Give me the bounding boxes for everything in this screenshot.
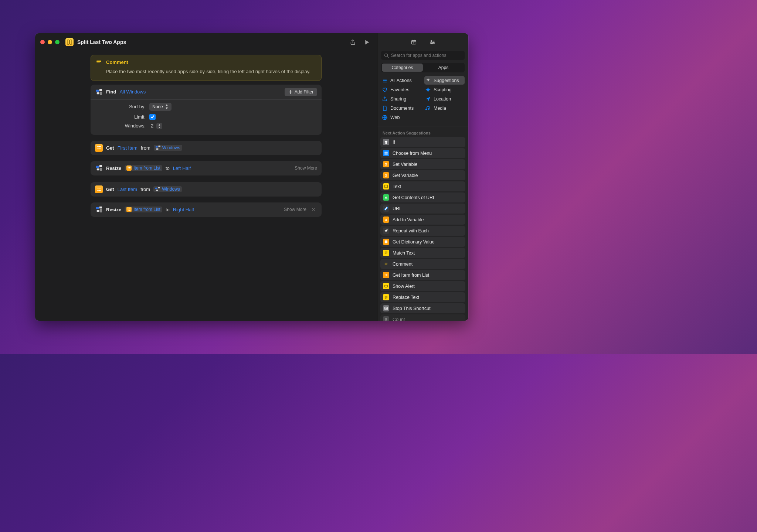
list-action-icon — [95, 185, 103, 193]
svg-rect-48 — [386, 274, 388, 274]
item-from-list-variable-pill[interactable]: Item from List — [125, 207, 162, 212]
app-window: Split Last Two Apps Comment Place the tw… — [35, 33, 468, 321]
category-sharing[interactable]: Sharing — [381, 95, 421, 103]
run-button[interactable] — [361, 37, 372, 47]
suggestion-item[interactable]: xAdd to Variable — [380, 215, 465, 225]
svg-point-19 — [128, 168, 129, 169]
svg-rect-16 — [100, 168, 102, 171]
suggestion-item[interactable]: Choose from Menu — [380, 148, 465, 158]
windows-variable-pill[interactable]: Windows — [153, 186, 182, 192]
svg-rect-18 — [129, 167, 130, 168]
suggestion-item[interactable]: If — [380, 137, 465, 147]
windows-variable-pill[interactable]: Windows — [154, 145, 182, 151]
search-field[interactable] — [391, 53, 462, 58]
svg-point-34 — [128, 210, 129, 211]
windows-count-stepper[interactable]: ▲▼ — [156, 123, 162, 129]
search-input[interactable] — [381, 51, 465, 60]
close-action-button[interactable]: ✕ — [310, 207, 317, 212]
svg-point-23 — [97, 190, 98, 191]
suggestion-item[interactable]: Repeat with Each — [380, 226, 465, 236]
comment-block[interactable]: Comment Place the two most recently used… — [91, 55, 322, 81]
svg-rect-12 — [156, 148, 159, 150]
suggestion-item[interactable]: xGet Variable — [380, 170, 465, 180]
svg-point-40 — [385, 54, 388, 57]
resize-position-token[interactable]: Right Half — [173, 207, 194, 212]
workflow-editor: Comment Place the two most recently used… — [35, 51, 377, 321]
svg-point-47 — [385, 274, 386, 275]
svg-rect-24 — [98, 190, 101, 191]
limit-checkbox[interactable] — [149, 114, 156, 120]
suggestions-list: If Choose from Menu xSet Variable xGet V… — [377, 137, 468, 321]
suggestion-item[interactable]: Comment — [380, 259, 465, 269]
svg-rect-51 — [385, 285, 387, 287]
category-media[interactable]: Media — [424, 104, 465, 112]
comment-icon — [96, 59, 102, 65]
resize-position-token[interactable]: Left Half — [173, 166, 191, 171]
suggestion-item[interactable]: Show Alert — [380, 281, 465, 291]
share-button[interactable] — [347, 37, 358, 47]
category-web[interactable]: Web — [381, 113, 421, 122]
svg-point-8 — [97, 149, 98, 149]
category-documents[interactable]: Documents — [381, 104, 421, 112]
show-more-button[interactable]: Show More — [284, 207, 306, 212]
svg-rect-9 — [98, 149, 101, 149]
suggestion-item[interactable]: xSet Variable — [380, 159, 465, 169]
add-filter-button[interactable]: Add Filter — [285, 88, 317, 96]
get-last-item-token[interactable]: Last Item — [118, 187, 137, 192]
svg-point-39 — [431, 43, 432, 44]
svg-rect-43 — [384, 153, 388, 154]
get-last-item-block[interactable]: Get Last Item from Windows — [91, 182, 322, 197]
minimize-window-button[interactable] — [48, 40, 52, 44]
suggestion-item[interactable]: Get Contents of URL — [380, 192, 465, 202]
get-first-item-block[interactable]: Get First Item from Windows — [91, 141, 322, 155]
windows-app-icon — [95, 164, 103, 172]
suggestion-item[interactable]: Text — [380, 181, 465, 191]
traffic-lights — [40, 40, 60, 44]
resize-right-block[interactable]: Resize Item from List to Right Half Show… — [91, 202, 322, 217]
apps-tab[interactable]: Apps — [423, 64, 464, 72]
svg-rect-10 — [156, 146, 158, 148]
titlebar: Split Last Two Apps — [35, 33, 377, 51]
library-toggle-button[interactable] — [408, 37, 419, 47]
show-more-button[interactable]: Show More — [295, 166, 317, 171]
resize-left-block[interactable]: Resize Item from List to Left Half Show … — [91, 161, 322, 175]
svg-rect-29 — [99, 207, 102, 208]
svg-rect-22 — [98, 188, 101, 188]
category-scripting[interactable]: Scripting — [424, 85, 465, 94]
item-from-list-variable-pill[interactable]: Item from List — [125, 165, 162, 171]
find-target-token[interactable]: All Windows — [119, 89, 146, 95]
category-location[interactable]: Location — [424, 95, 465, 103]
sort-by-label: Sort by: — [96, 104, 146, 109]
category-suggestions[interactable]: Suggestions — [424, 76, 465, 85]
suggestion-item[interactable]: Replace Text — [380, 292, 465, 302]
suggestion-item[interactable]: Stop This Shortcut — [380, 303, 465, 313]
settings-button[interactable] — [427, 37, 437, 47]
svg-rect-46 — [385, 241, 387, 243]
comment-body[interactable]: Place the two most recently used apps si… — [91, 67, 321, 81]
get-first-item-token[interactable]: First Item — [118, 145, 138, 151]
suggestion-item[interactable]: Match Text — [380, 248, 465, 258]
category-all-actions[interactable]: All Actions — [381, 76, 421, 85]
find-windows-block[interactable]: Find All Windows Add Filter Sort by: Non… — [91, 85, 322, 135]
windows-count-label: Windows: — [96, 123, 146, 129]
windows-count-value[interactable]: 2 — [149, 123, 155, 129]
suggestion-item[interactable]: URL — [380, 204, 465, 214]
close-window-button[interactable] — [40, 40, 45, 44]
suggestion-item[interactable]: #Count — [380, 314, 465, 321]
svg-rect-31 — [100, 209, 102, 212]
svg-rect-1 — [70, 40, 72, 44]
shortcut-icon — [65, 38, 74, 46]
sort-by-select[interactable]: None ▲▼ — [149, 103, 172, 111]
svg-rect-2 — [96, 90, 98, 92]
suggestions-heading: Next Action Suggestions — [377, 128, 468, 137]
svg-rect-44 — [384, 154, 388, 154]
library-segmented-control[interactable]: Categories Apps — [381, 63, 465, 72]
zoom-window-button[interactable] — [55, 40, 60, 44]
categories-tab[interactable]: Categories — [382, 64, 423, 72]
svg-rect-28 — [96, 207, 98, 209]
svg-rect-35 — [129, 210, 130, 210]
suggestion-item[interactable]: Get Item from List — [380, 270, 465, 280]
category-favorites[interactable]: Favorites — [381, 85, 421, 94]
windows-app-icon — [95, 88, 103, 96]
suggestion-item[interactable]: Get Dictionary Value — [380, 237, 465, 247]
